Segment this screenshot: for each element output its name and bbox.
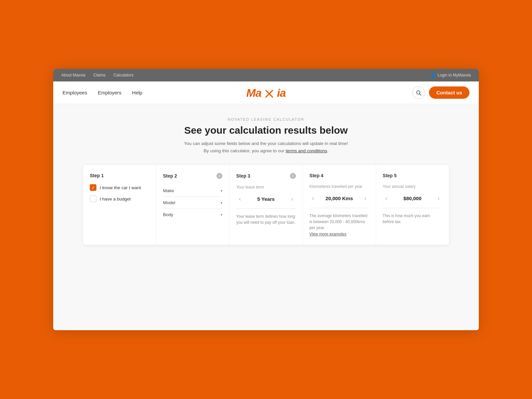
body-label: Body	[163, 212, 173, 217]
body-dropdown[interactable]: Body ▾	[163, 209, 222, 220]
nav-right: Contact us	[412, 86, 469, 99]
make-label: Make	[163, 188, 174, 193]
step1-option1[interactable]: ✓ I know the car I want	[90, 184, 149, 191]
steps-row: Step 1 ✓ I know the car I want I have a …	[83, 165, 449, 245]
step4-next-button[interactable]: ›	[362, 194, 369, 203]
option1-label: I know the car I want	[100, 185, 141, 190]
step2-info-icon[interactable]: i	[216, 173, 222, 179]
step3-info-icon[interactable]: i	[290, 173, 296, 179]
step3-next-button[interactable]: ›	[289, 194, 296, 204]
step1-title-row: Step 1	[90, 173, 149, 178]
nav-employees[interactable]: Employees	[63, 90, 87, 95]
contact-button[interactable]: Contact us	[429, 86, 469, 99]
step2-title: Step 2	[163, 173, 177, 179]
step3-title: Step 3	[236, 173, 250, 179]
step4-title-row: Step 4	[310, 173, 369, 178]
logo[interactable]: Ma ia	[246, 87, 286, 98]
step4-value: 20,000 Kms	[326, 196, 353, 201]
option2-label: I have a budget	[100, 197, 131, 201]
page-wrapper: About Maxxia Claims Calculators 👤 Login …	[53, 69, 479, 330]
body-chevron-icon: ▾	[220, 212, 222, 217]
model-label: Model	[163, 200, 175, 205]
login-text: Login to MyMaxxia	[438, 73, 471, 77]
step4-card: Step 4 Kilometeres travelled per year ‹ …	[303, 165, 376, 245]
calculator-subtitle: NOVATED LEASING CALCULATOR	[61, 117, 471, 121]
main-content: NOVATED LEASING CALCULATOR See your calc…	[53, 104, 479, 330]
step1-card: Step 1 ✓ I know the car I want I have a …	[83, 165, 156, 245]
search-button[interactable]	[412, 86, 425, 99]
calculator-desc-end: .	[327, 148, 329, 153]
terms-link[interactable]: terms and conditions	[286, 148, 327, 153]
step4-stepper: ‹ 20,000 Kms ›	[310, 194, 369, 208]
step3-sublabel: Your lease term	[236, 185, 296, 190]
step4-examples-link[interactable]: View more examples	[310, 232, 346, 236]
nav-employers[interactable]: Employers	[98, 90, 121, 95]
model-dropdown[interactable]: Model ▾	[163, 197, 222, 209]
step5-next-button[interactable]: ›	[435, 194, 442, 203]
step5-value: $80,000	[403, 196, 421, 201]
step3-desc: Your lease term defines how long you wil…	[236, 213, 296, 225]
step5-desc: This is how much you earn before tax.	[383, 213, 442, 225]
step4-prev-button[interactable]: ‹	[310, 194, 317, 203]
step2-title-row: Step 2 i	[163, 173, 222, 179]
logo-text: Ma ia	[246, 86, 286, 99]
top-bar-claims[interactable]: Claims	[93, 73, 106, 77]
logo-cross-icon	[264, 89, 274, 98]
make-dropdown[interactable]: Make ▾	[163, 185, 222, 197]
step5-title: Step 5	[383, 173, 397, 178]
top-bar-about[interactable]: About Maxxia	[61, 73, 85, 77]
top-bar-links: About Maxxia Claims Calculators	[61, 73, 133, 77]
step2-card: Step 2 i Make ▾ Model ▾ Body ▾	[156, 165, 229, 245]
top-bar: About Maxxia Claims Calculators 👤 Login …	[53, 69, 479, 81]
model-chevron-icon: ▾	[220, 200, 222, 205]
step3-title-row: Step 3 i	[236, 173, 296, 179]
step4-sublabel: Kilometeres travelled per year	[310, 184, 369, 189]
step4-desc: The average kilometers travelled is betw…	[310, 213, 369, 231]
make-chevron-icon: ▾	[220, 189, 222, 193]
calculator-desc-text: You can adjust some fields below and the…	[184, 141, 348, 146]
step5-stepper: ‹ $80,000 ›	[383, 194, 442, 208]
search-icon	[416, 90, 421, 95]
nav-help[interactable]: Help	[132, 90, 142, 95]
person-icon: 👤	[430, 73, 436, 78]
step5-title-row: Step 5	[383, 173, 442, 178]
calculator-header: NOVATED LEASING CALCULATOR See your calc…	[61, 117, 471, 154]
step3-stepper: ‹ 5 Years ›	[236, 194, 296, 209]
step1-title: Step 1	[90, 173, 104, 178]
top-bar-login[interactable]: 👤 Login to MyMaxxia	[430, 73, 471, 78]
step5-prev-button[interactable]: ‹	[383, 194, 390, 203]
step4-title: Step 4	[310, 173, 324, 178]
calculator-desc-text2: By using this calculator, you agree to o…	[203, 148, 284, 153]
step1-option2[interactable]: I have a budget	[90, 196, 149, 202]
step5-card: Step 5 Your annual salary ‹ $80,000 › Th…	[376, 165, 449, 245]
nav-left: Employees Employers Help	[63, 90, 142, 95]
svg-line-3	[420, 94, 421, 95]
main-nav: Employees Employers Help Ma ia Conta	[53, 81, 479, 104]
step3-card: Step 3 i Your lease term ‹ 5 Years › You…	[229, 165, 303, 245]
checkbox-budget[interactable]	[90, 196, 96, 202]
step3-prev-button[interactable]: ‹	[236, 194, 243, 204]
step5-sublabel: Your annual salary	[383, 184, 442, 189]
calculator-desc: You can adjust some fields below and the…	[61, 140, 471, 154]
top-bar-calculators[interactable]: Calculators	[113, 73, 133, 77]
checkbox-know-car[interactable]: ✓	[90, 184, 96, 191]
calculator-heading: See your calculation results below	[61, 125, 471, 136]
step3-value: 5 Years	[257, 196, 275, 202]
